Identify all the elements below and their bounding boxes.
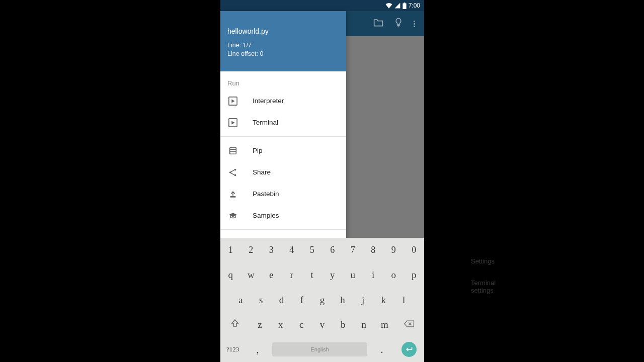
key-a[interactable]: a (230, 295, 251, 306)
school-icon (227, 210, 238, 221)
key-2[interactable]: 2 (241, 245, 262, 255)
bulb-icon[interactable] (394, 18, 403, 30)
key-u[interactable]: u (343, 269, 363, 281)
key-p[interactable]: p (404, 269, 425, 281)
key-symbols[interactable]: ?123 (220, 345, 245, 353)
wifi-icon (385, 3, 392, 9)
key-0[interactable]: 0 (404, 245, 425, 255)
key-backspace[interactable] (395, 319, 424, 330)
key-shift[interactable] (220, 318, 250, 331)
signal-icon (394, 3, 400, 9)
key-n[interactable]: n (354, 319, 374, 330)
battery-icon (403, 3, 407, 9)
key-4[interactable]: 4 (282, 245, 302, 255)
menu-terminal[interactable]: Terminal (220, 112, 346, 133)
filename: helloworld.py (227, 27, 339, 35)
key-w[interactable]: w (241, 269, 262, 281)
play-box-icon (227, 96, 238, 107)
share-icon (227, 167, 238, 178)
key-9[interactable]: 9 (383, 245, 404, 255)
key-7[interactable]: 7 (343, 245, 363, 255)
key-k[interactable]: k (373, 295, 394, 306)
overflow-menu-icon[interactable] (414, 20, 415, 28)
key-q[interactable]: q (220, 269, 241, 281)
section-run-label: Run (220, 71, 346, 90)
key-row-bottom: ?123 , English . (220, 337, 424, 362)
folder-icon[interactable] (373, 18, 383, 29)
key-row-numbers: 1 2 3 4 5 6 7 8 9 0 (220, 238, 424, 262)
play-box-icon (227, 117, 238, 128)
drawer-header: helloworld.py Line: 1/7 Line offset: 0 (220, 11, 346, 71)
menu-interpreter[interactable]: Interpreter (220, 90, 346, 112)
ghost-terminal-settings: Terminal settings (471, 279, 496, 294)
menu-label: Pip (253, 147, 263, 154)
key-e[interactable]: e (261, 269, 282, 281)
key-g[interactable]: g (312, 295, 333, 306)
key-y[interactable]: y (323, 269, 343, 281)
upload-icon (227, 189, 238, 200)
menu-pastebin[interactable]: Pastebin (220, 183, 346, 205)
key-h[interactable]: h (333, 295, 353, 306)
key-c[interactable]: c (291, 319, 312, 330)
key-row-zxcv: z x c v b n m (220, 312, 424, 337)
offset-info: Line offset: 0 (227, 50, 339, 58)
key-v[interactable]: v (312, 319, 333, 330)
key-3[interactable]: 3 (261, 245, 282, 255)
key-t[interactable]: t (302, 269, 323, 281)
key-x[interactable]: x (270, 319, 291, 330)
menu-label: Pastebin (253, 190, 279, 198)
key-period[interactable]: . (369, 344, 394, 355)
menu-label: Share (253, 168, 271, 176)
key-comma[interactable]: , (245, 344, 270, 355)
key-b[interactable]: b (333, 319, 353, 330)
key-m[interactable]: m (374, 319, 395, 330)
key-l[interactable]: l (393, 295, 414, 306)
key-f[interactable]: f (292, 295, 312, 306)
key-s[interactable]: s (251, 295, 272, 306)
key-d[interactable]: d (271, 295, 292, 306)
svg-rect-2 (230, 147, 236, 154)
divider (220, 136, 346, 137)
key-j[interactable]: j (353, 295, 373, 306)
menu-label: Samples (253, 212, 279, 219)
divider (220, 229, 346, 230)
key-5[interactable]: 5 (302, 245, 323, 255)
key-row-qwerty: q w e r t y u i o p (220, 262, 424, 287)
key-space[interactable]: English (270, 342, 370, 356)
phone-frame: 7:00 helloworld.py Line: 1/7 Line offset… (220, 0, 424, 362)
key-z[interactable]: z (250, 319, 270, 330)
key-i[interactable]: i (363, 269, 384, 281)
menu-samples[interactable]: Samples (220, 205, 346, 226)
clock: 7:00 (409, 2, 420, 9)
status-bar: 7:00 (220, 0, 424, 11)
line-info: Line: 1/7 (227, 41, 339, 50)
menu-label: Terminal (253, 119, 278, 126)
ghost-settings: Settings (471, 257, 495, 265)
key-1[interactable]: 1 (220, 245, 241, 255)
key-row-asdf: a s d f g h j k l (220, 288, 424, 312)
soft-keyboard: 1 2 3 4 5 6 7 8 9 0 q w e r t y u i o p … (220, 238, 424, 362)
library-icon (227, 145, 238, 156)
key-8[interactable]: 8 (363, 245, 384, 255)
menu-share[interactable]: Share (220, 161, 346, 183)
menu-pip[interactable]: Pip (220, 140, 346, 161)
key-o[interactable]: o (383, 269, 404, 281)
key-r[interactable]: r (282, 269, 302, 281)
key-6[interactable]: 6 (323, 245, 343, 255)
key-enter[interactable] (394, 342, 424, 357)
menu-label: Interpreter (253, 97, 284, 105)
